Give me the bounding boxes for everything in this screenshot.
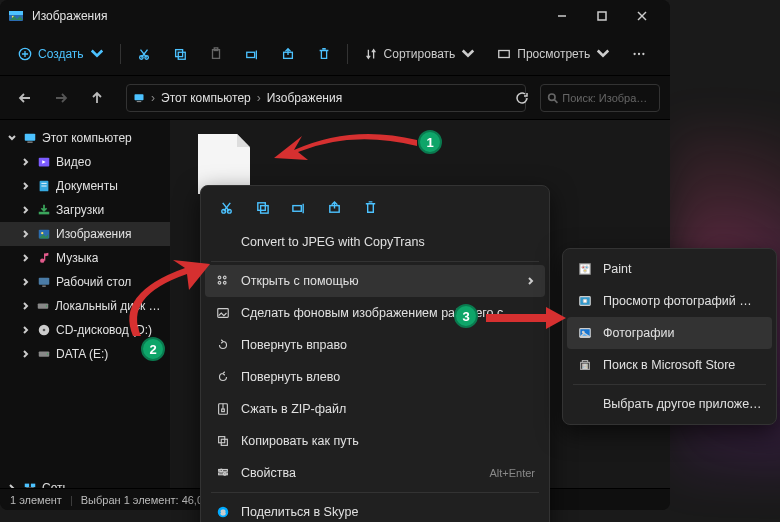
close-button[interactable] bbox=[622, 0, 662, 32]
create-button[interactable]: Создать bbox=[8, 39, 114, 69]
rename-button[interactable] bbox=[235, 39, 269, 69]
breadcrumb[interactable]: › Этот компьютер › Изображения bbox=[126, 84, 526, 112]
zip-icon bbox=[215, 401, 231, 417]
paste-button bbox=[199, 39, 233, 69]
toolbar: Создать Сортировать Просмотреть bbox=[0, 32, 670, 76]
download-icon bbox=[36, 202, 52, 218]
sidebar-item-label: Музыка bbox=[56, 251, 98, 265]
svg-rect-4 bbox=[598, 12, 606, 20]
rotr-icon bbox=[215, 337, 231, 353]
wpv-icon bbox=[577, 293, 593, 309]
sidebar-item-2[interactable]: Документы bbox=[0, 174, 170, 198]
svg-rect-56 bbox=[257, 202, 265, 210]
svg-point-74 bbox=[223, 473, 226, 476]
sidebar-item-3[interactable]: Загрузки bbox=[0, 198, 170, 222]
sidebar-item-label: Загрузки bbox=[56, 203, 104, 217]
ctx-delete-button[interactable] bbox=[353, 192, 387, 222]
svg-point-27 bbox=[549, 93, 555, 99]
up-button[interactable] bbox=[82, 83, 112, 113]
ctx-cut-button[interactable] bbox=[209, 192, 243, 222]
delete-button[interactable] bbox=[307, 39, 341, 69]
ctx-item-6[interactable]: Повернуть влево bbox=[205, 361, 545, 393]
breadcrumb-current[interactable]: Изображения bbox=[267, 91, 342, 105]
twisty-icon[interactable] bbox=[20, 302, 32, 310]
sub-item-3[interactable]: Поиск в Microsoft Store bbox=[567, 349, 772, 381]
twisty-icon[interactable] bbox=[20, 182, 32, 190]
svg-rect-58 bbox=[292, 205, 300, 211]
sidebar-item-0[interactable]: Этот компьютер bbox=[0, 126, 170, 150]
network-icon bbox=[22, 480, 38, 488]
maximize-button[interactable] bbox=[582, 0, 622, 32]
sidebar-item-label: Видео bbox=[56, 155, 91, 169]
ctx-item-label: Поиск в Microsoft Store bbox=[603, 358, 762, 372]
svg-rect-30 bbox=[27, 142, 32, 143]
ctx-rename-button[interactable] bbox=[281, 192, 315, 222]
ctx-item-label: Paint bbox=[603, 262, 762, 276]
svg-rect-15 bbox=[178, 52, 185, 59]
ctx-item-5[interactable]: Повернуть вправо bbox=[205, 329, 545, 361]
more-button[interactable] bbox=[622, 39, 656, 69]
breadcrumb-root[interactable]: Этот компьютер bbox=[161, 91, 251, 105]
cd-icon bbox=[36, 322, 52, 338]
ctx-item-11[interactable]: SПоделиться в Skype bbox=[205, 496, 545, 522]
svg-rect-88 bbox=[583, 367, 585, 369]
disk-icon bbox=[36, 346, 52, 362]
doc-icon bbox=[36, 178, 52, 194]
twisty-icon[interactable] bbox=[20, 158, 32, 166]
search-icon bbox=[547, 92, 558, 104]
back-button[interactable] bbox=[10, 83, 40, 113]
ctx-item-label: Повернуть влево bbox=[241, 370, 535, 384]
rotl-icon bbox=[215, 369, 231, 385]
sub-item-2[interactable]: Фотографии bbox=[567, 317, 772, 349]
svg-point-44 bbox=[46, 305, 47, 306]
search-input[interactable]: Поиск: Изображе... bbox=[540, 84, 660, 112]
ctx-copy-button[interactable] bbox=[245, 192, 279, 222]
twisty-icon[interactable] bbox=[20, 230, 32, 238]
svg-point-38 bbox=[41, 232, 43, 234]
navbar: › Этот компьютер › Изображения Поиск: Из… bbox=[0, 76, 670, 120]
svg-point-73 bbox=[220, 469, 223, 472]
svg-point-64 bbox=[223, 281, 226, 284]
ctx-item-7[interactable]: Сжать в ZIP-файл bbox=[205, 393, 545, 425]
twisty-icon[interactable] bbox=[20, 326, 32, 334]
refresh-button[interactable] bbox=[515, 91, 529, 105]
svg-rect-18 bbox=[246, 52, 254, 57]
minimize-button[interactable] bbox=[542, 0, 582, 32]
open-with-submenu[interactable]: PaintПросмотр фотографий WindowsФотограф… bbox=[562, 248, 777, 425]
ctx-item-9[interactable]: СвойстваAlt+Enter bbox=[205, 457, 545, 489]
sidebar-item-1[interactable]: Видео bbox=[0, 150, 170, 174]
ctx-item-8[interactable]: Копировать как путь bbox=[205, 425, 545, 457]
share-button[interactable] bbox=[271, 39, 305, 69]
props-icon bbox=[215, 465, 231, 481]
view-button[interactable]: Просмотреть bbox=[487, 39, 620, 69]
ctx-item-3[interactable]: Открыть с помощью bbox=[205, 265, 545, 297]
video-icon bbox=[36, 154, 52, 170]
ctx-item-1[interactable]: Convert to JPEG with CopyTrans bbox=[205, 226, 545, 258]
sub-item-1[interactable]: Просмотр фотографий Windows bbox=[567, 285, 772, 317]
sidebar-item-4[interactable]: Изображения bbox=[0, 222, 170, 246]
ctx-share-button[interactable] bbox=[317, 192, 351, 222]
copy-button[interactable] bbox=[163, 39, 197, 69]
sub-item-0[interactable]: Paint bbox=[567, 253, 772, 285]
ctx-item-label: Выбрать другое приложение bbox=[603, 397, 762, 411]
sort-button[interactable]: Сортировать bbox=[354, 39, 486, 69]
cut-button[interactable] bbox=[127, 39, 161, 69]
twisty-icon[interactable] bbox=[20, 350, 32, 358]
sidebar-item-label: Этот компьютер bbox=[42, 131, 132, 145]
sub-item-5[interactable]: Выбрать другое приложение bbox=[567, 388, 772, 420]
context-menu[interactable]: Convert to JPEG with CopyTransОткрыть с … bbox=[200, 185, 550, 522]
svg-point-46 bbox=[43, 329, 46, 332]
svg-rect-14 bbox=[175, 49, 182, 56]
twisty-icon[interactable] bbox=[20, 206, 32, 214]
ctx-item-label: Просмотр фотографий Windows bbox=[603, 294, 762, 308]
svg-rect-26 bbox=[137, 101, 142, 102]
pc-icon bbox=[133, 92, 145, 104]
twisty-icon[interactable] bbox=[6, 134, 18, 142]
photos-icon bbox=[577, 325, 593, 341]
svg-point-22 bbox=[634, 52, 636, 54]
twisty-icon[interactable] bbox=[20, 278, 32, 286]
twisty-icon[interactable] bbox=[20, 254, 32, 262]
sidebar-item-10[interactable]: Сеть bbox=[0, 476, 170, 488]
svg-rect-29 bbox=[25, 134, 36, 141]
ctx-item-label: Открыть с помощью bbox=[241, 274, 517, 288]
